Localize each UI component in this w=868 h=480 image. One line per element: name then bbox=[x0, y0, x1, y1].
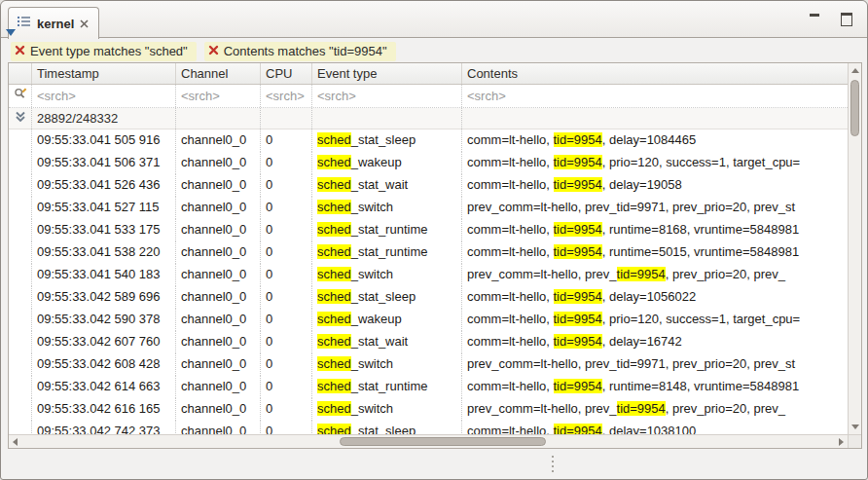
tab-close-icon[interactable] bbox=[80, 15, 89, 32]
status-gutter bbox=[9, 108, 32, 129]
remove-filter-icon[interactable] bbox=[15, 44, 25, 58]
text-segment: , delay=1056022 bbox=[602, 289, 697, 304]
filter-chip-label: Contents matches "tid=9954" bbox=[224, 44, 387, 58]
text-segment: , delay=19058 bbox=[602, 177, 682, 192]
vertical-scrollbar[interactable] bbox=[848, 63, 861, 434]
text-segment: comm=lt-hello, bbox=[467, 132, 554, 147]
search-filter-row: <srch> <srch> <srch> <srch> <srch> bbox=[9, 85, 861, 108]
match-highlight: tid=9954 bbox=[554, 132, 602, 147]
filter-chip-contents[interactable]: Contents matches "tid=9954" bbox=[204, 42, 396, 61]
view-menu-arrow-icon[interactable] bbox=[6, 29, 16, 36]
search-input-cpu[interactable]: <srch> bbox=[261, 85, 312, 107]
sash-dot bbox=[552, 470, 554, 472]
table-row[interactable]: 09:55:33.042 608 428 channel0_0 0 sched_… bbox=[9, 353, 848, 376]
text-segment: _stat_runtime bbox=[351, 379, 428, 393]
column-header-channel[interactable]: Channel bbox=[176, 63, 261, 84]
cell-channel: channel0_0 bbox=[176, 241, 261, 264]
horizontal-scrollbar-thumb[interactable] bbox=[340, 437, 546, 446]
search-input-timestamp[interactable]: <srch> bbox=[32, 85, 176, 107]
text-segment: prev_comm=lt-hello, prev_tid=9971, prev_… bbox=[467, 356, 795, 371]
view-controls bbox=[809, 12, 851, 23]
horizontal-scrollbar[interactable] bbox=[9, 434, 848, 448]
cell-event-type: sched_stat_sleep bbox=[312, 129, 462, 152]
cell-cpu: 0 bbox=[261, 174, 312, 197]
text-segment: , prio=120, success=1, target_cpu= bbox=[602, 312, 800, 326]
table-row[interactable]: 09:55:33.042 614 663 channel0_0 0 sched_… bbox=[9, 376, 848, 398]
table-row[interactable]: 09:55:33.041 540 183 channel0_0 0 sched_… bbox=[9, 264, 848, 286]
scroll-down-arrow-icon[interactable] bbox=[851, 425, 859, 429]
match-highlight: sched bbox=[317, 177, 351, 192]
maximize-button[interactable] bbox=[840, 12, 851, 23]
remove-filter-icon[interactable] bbox=[208, 44, 219, 58]
column-header-event-type[interactable]: Event type bbox=[312, 63, 462, 84]
match-highlight: sched bbox=[317, 222, 351, 237]
table-row[interactable]: 09:55:33.041 526 436 channel0_0 0 sched_… bbox=[9, 174, 848, 197]
table-row[interactable]: 09:55:33.042 616 165 channel0_0 0 sched_… bbox=[9, 398, 848, 421]
cell-contents: comm=lt-hello, tid=9954, delay=1056022 bbox=[462, 286, 848, 309]
match-highlight: tid=9954 bbox=[554, 334, 602, 349]
row-gutter bbox=[9, 421, 32, 434]
text-segment: prev_comm=lt-hello, prev_ bbox=[467, 401, 617, 416]
column-header-timestamp[interactable]: Timestamp bbox=[32, 63, 176, 84]
column-header-cpu[interactable]: CPU bbox=[261, 63, 312, 84]
cell-timestamp: 09:55:33.042 608 428 bbox=[32, 353, 176, 376]
table-row[interactable]: 09:55:33.041 527 115 channel0_0 0 sched_… bbox=[9, 197, 848, 219]
row-gutter bbox=[9, 129, 32, 152]
search-input-contents[interactable]: <srch> bbox=[462, 85, 861, 107]
match-highlight: sched bbox=[317, 132, 351, 147]
cell-channel: channel0_0 bbox=[176, 286, 261, 309]
scroll-left-arrow-icon[interactable] bbox=[13, 438, 18, 446]
sash-handle[interactable] bbox=[552, 456, 554, 472]
cell-timestamp: 09:55:33.042 614 663 bbox=[32, 376, 176, 398]
filter-chip-event-type[interactable]: Event type matches "sched" bbox=[11, 42, 197, 61]
cell-timestamp: 09:55:33.041 505 916 bbox=[32, 129, 176, 152]
tab-label: kernel bbox=[37, 17, 74, 31]
search-gutter bbox=[9, 85, 32, 107]
cell-channel: channel0_0 bbox=[176, 152, 261, 174]
text-segment: _stat_wait bbox=[351, 334, 409, 349]
cell-timestamp: 09:55:33.042 589 696 bbox=[32, 286, 176, 309]
cell-event-type: sched_wakeup bbox=[312, 309, 462, 331]
cell-cpu: 0 bbox=[261, 219, 312, 241]
vertical-scrollbar-thumb[interactable] bbox=[850, 80, 859, 136]
cell-cpu: 0 bbox=[261, 331, 312, 353]
scroll-right-arrow-icon[interactable] bbox=[839, 438, 844, 446]
cell-cpu: 0 bbox=[261, 309, 312, 331]
text-segment: _stat_runtime bbox=[351, 222, 428, 237]
match-highlight: sched bbox=[317, 155, 351, 169]
text-segment: , delay=1084465 bbox=[602, 132, 697, 147]
cell-channel: channel0_0 bbox=[176, 398, 261, 421]
table-row[interactable]: 09:55:33.041 533 175 channel0_0 0 sched_… bbox=[9, 219, 848, 241]
table-row[interactable]: 09:55:33.042 742 373 channel0_0 0 sched_… bbox=[9, 421, 848, 434]
match-highlight: sched bbox=[317, 200, 351, 214]
text-segment: _switch bbox=[351, 267, 393, 281]
text-segment: comm=lt-hello, bbox=[467, 289, 554, 304]
row-gutter bbox=[9, 353, 32, 376]
table-row[interactable]: 09:55:33.041 506 371 channel0_0 0 sched_… bbox=[9, 152, 848, 174]
table-row[interactable]: 09:55:33.042 589 696 channel0_0 0 sched_… bbox=[9, 286, 848, 309]
search-input-event-type[interactable]: <srch> bbox=[312, 85, 462, 107]
table-row[interactable]: 09:55:33.041 505 916 channel0_0 0 sched_… bbox=[9, 129, 848, 152]
tab-kernel[interactable]: kernel bbox=[8, 7, 99, 39]
cell-event-type: sched_switch bbox=[312, 197, 462, 219]
text-segment: _switch bbox=[351, 356, 393, 371]
scroll-up-arrow-icon[interactable] bbox=[851, 68, 859, 73]
match-highlight: sched bbox=[317, 334, 351, 349]
column-header-contents[interactable]: Contents bbox=[462, 63, 861, 84]
minimize-button[interactable] bbox=[809, 12, 820, 23]
text-segment: comm=lt-hello, bbox=[467, 424, 554, 434]
header-gutter bbox=[9, 63, 32, 84]
status-cell-empty bbox=[312, 108, 462, 129]
cell-timestamp: 09:55:33.041 538 220 bbox=[32, 241, 176, 264]
cell-contents: comm=lt-hello, tid=9954, delay=1038100 bbox=[462, 421, 848, 434]
cell-cpu: 0 bbox=[261, 129, 312, 152]
search-input-channel[interactable]: <srch> bbox=[176, 85, 261, 107]
cell-event-type: sched_stat_runtime bbox=[312, 241, 462, 264]
match-highlight: sched bbox=[317, 267, 351, 281]
table-row[interactable]: 09:55:33.041 538 220 channel0_0 0 sched_… bbox=[9, 241, 848, 264]
table-row[interactable]: 09:55:33.042 607 760 channel0_0 0 sched_… bbox=[9, 331, 848, 353]
cell-event-type: sched_switch bbox=[312, 353, 462, 376]
trace-view-window: kernel Event type matches "sched" bbox=[0, 0, 868, 480]
table-row[interactable]: 09:55:33.042 590 378 channel0_0 0 sched_… bbox=[9, 309, 848, 331]
cell-event-type: sched_stat_runtime bbox=[312, 376, 462, 398]
